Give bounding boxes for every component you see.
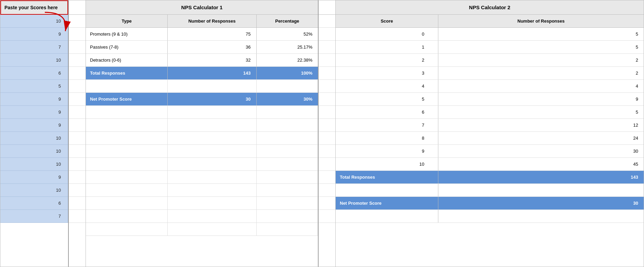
score-row[interactable]: 10	[0, 15, 68, 28]
score-row[interactable]: 9	[0, 119, 68, 132]
passives-count: 36	[168, 41, 256, 53]
resp-3: 2	[438, 67, 644, 79]
paste-scores-label: Paste your Scores here	[4, 5, 58, 10]
score-0: 0	[336, 28, 438, 40]
calc2-total-label: Total Responses	[336, 171, 438, 183]
score-1-row: 1 5	[336, 41, 644, 54]
resp-5: 9	[438, 93, 644, 105]
calc2-title: NPS Calculator 2	[336, 0, 644, 15]
score-row[interactable]: 10	[0, 132, 68, 145]
calc2-total-count: 143	[438, 171, 644, 183]
resp-8: 24	[438, 132, 644, 144]
score-0-row: 0 5	[336, 28, 644, 41]
score-8-row: 8 24	[336, 132, 644, 145]
resp-1: 5	[438, 41, 644, 53]
empty-row	[86, 197, 318, 210]
score-8: 8	[336, 132, 438, 144]
score-5-row: 5 9	[336, 93, 644, 106]
paste-scores-header[interactable]: Paste your Scores here	[0, 0, 68, 15]
total-count: 143	[168, 67, 256, 79]
score-1: 1	[336, 41, 438, 53]
score-row[interactable]: 9	[0, 28, 68, 41]
empty-row	[86, 145, 318, 158]
empty-row	[86, 158, 318, 171]
score-row[interactable]: 10	[0, 184, 68, 197]
score-3-row: 3 2	[336, 67, 644, 80]
empty-row	[86, 210, 318, 223]
promoters-type: Promoters (9 & 10)	[86, 28, 168, 40]
empty-row	[86, 119, 318, 132]
score-2-row: 2 2	[336, 54, 644, 67]
score-row[interactable]: 9	[0, 171, 68, 184]
score-row[interactable]: 9	[0, 106, 68, 119]
spacer-col-2	[319, 0, 336, 267]
score-row[interactable]: 6	[0, 197, 68, 210]
spacer-col	[69, 0, 86, 267]
promoters-row: Promoters (9 & 10) 75 52%	[86, 28, 318, 41]
resp-6: 5	[438, 106, 644, 118]
resp-4: 4	[438, 80, 644, 92]
score-row[interactable]: 6	[0, 67, 68, 80]
empty-row-1	[86, 80, 318, 93]
calc2-column-headers: Score Number of Responses	[336, 15, 644, 28]
score-row[interactable]: 10	[0, 145, 68, 158]
empty-cell	[86, 80, 168, 92]
score-5: 5	[336, 93, 438, 105]
resp-10: 45	[438, 158, 644, 170]
score-10: 10	[336, 158, 438, 170]
promoters-count: 75	[168, 28, 256, 40]
calc2-nps-value: 30	[438, 197, 644, 209]
score-row[interactable]: 9	[0, 93, 68, 106]
empty-cell	[168, 80, 256, 92]
passives-type: Passives (7-8)	[86, 41, 168, 53]
calc1-responses-header: Number of Responses	[168, 15, 256, 27]
calc1-type-header: Type	[86, 15, 168, 27]
nps-pct: 30%	[257, 93, 318, 105]
empty-row	[86, 171, 318, 184]
score-9-row: 9 30	[336, 145, 644, 158]
empty-row-calc2	[336, 184, 644, 197]
calc2-responses-header: Number of Responses	[438, 15, 644, 27]
nps-calculator-1: NPS Calculator 1 Type Number of Response…	[86, 0, 319, 267]
resp-7: 12	[438, 119, 644, 131]
calc1-percentage-header: Percentage	[257, 15, 318, 27]
detractors-pct: 22.38%	[257, 54, 318, 66]
score-row[interactable]: 7	[0, 210, 68, 223]
score-9: 9	[336, 145, 438, 157]
empty-row	[86, 184, 318, 197]
promoters-pct: 52%	[257, 28, 318, 40]
nps-label: Net Promoter Score	[86, 93, 168, 105]
calc2-nps-row: Net Promoter Score 30	[336, 197, 644, 210]
calc2-total-row: Total Responses 143	[336, 171, 644, 184]
total-pct: 100%	[257, 67, 318, 79]
score-row[interactable]: 10	[0, 54, 68, 67]
calc2-nps-label: Net Promoter Score	[336, 197, 438, 209]
score-7-row: 7 12	[336, 119, 644, 132]
score-4-row: 4 4	[336, 80, 644, 93]
nps-row: Net Promoter Score 30 30%	[86, 93, 318, 106]
total-responses-row: Total Responses 143 100%	[86, 67, 318, 80]
empty-cell	[257, 80, 318, 92]
score-row[interactable]: 5	[0, 80, 68, 93]
score-7: 7	[336, 119, 438, 131]
nps-calculator-2: NPS Calculator 2 Score Number of Respons…	[336, 0, 644, 267]
empty-row	[86, 106, 318, 119]
nps-value: 30	[168, 93, 256, 105]
detractors-row: Detractors (0-6) 32 22.38%	[86, 54, 318, 67]
resp-0: 5	[438, 28, 644, 40]
score-row[interactable]: 7	[0, 41, 68, 54]
detractors-count: 32	[168, 54, 256, 66]
score-2: 2	[336, 54, 438, 66]
detractors-type: Detractors (0-6)	[86, 54, 168, 66]
score-6-row: 6 5	[336, 106, 644, 119]
score-3: 3	[336, 67, 438, 79]
score-row[interactable]: 10	[0, 158, 68, 171]
calc2-score-header: Score	[336, 15, 438, 27]
score-4: 4	[336, 80, 438, 92]
empty-row	[86, 223, 318, 236]
calc1-title: NPS Calculator 1	[86, 0, 318, 15]
empty-row-calc2-2	[336, 210, 644, 223]
resp-9: 30	[438, 145, 644, 157]
score-10-row: 10 45	[336, 158, 644, 171]
empty-row	[86, 132, 318, 145]
